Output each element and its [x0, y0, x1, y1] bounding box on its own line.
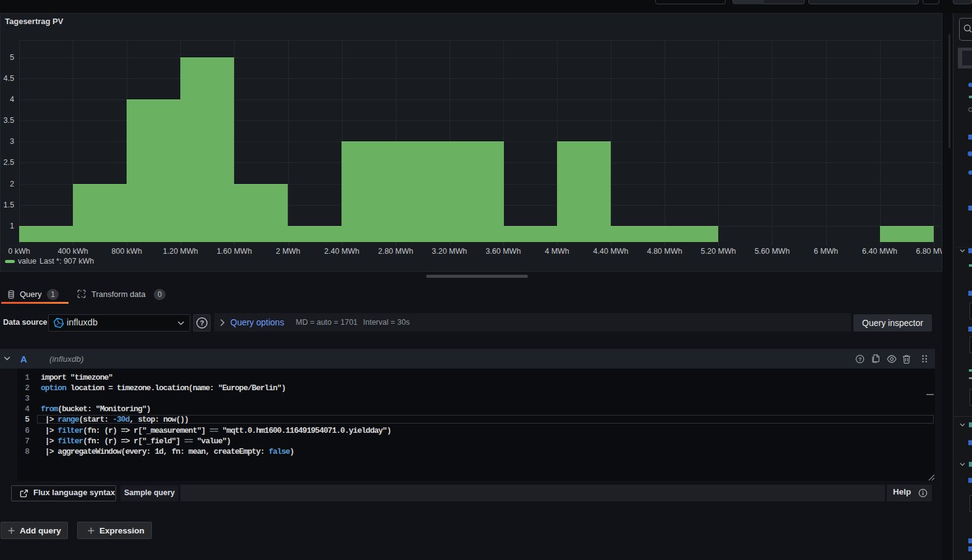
svg-text:?: ?	[200, 319, 204, 327]
svg-text:?: ?	[858, 356, 861, 362]
